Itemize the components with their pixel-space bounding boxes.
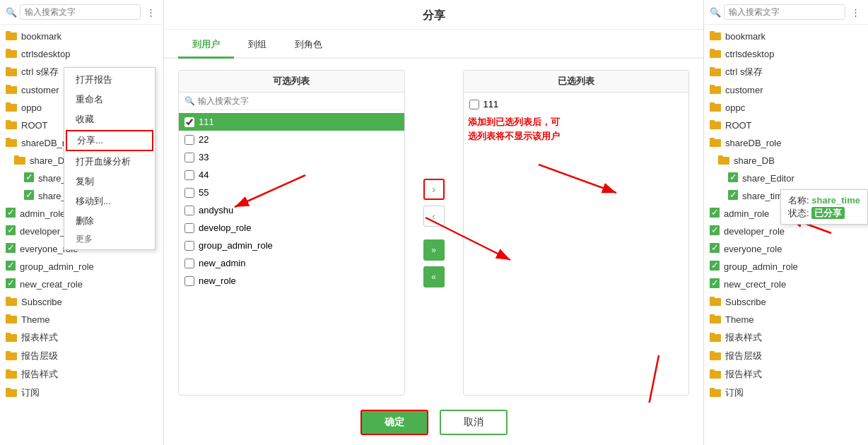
left-search-bar: 🔍 ⋮ <box>0 0 163 25</box>
right-sidebar-item-bookmark[interactable]: bookmark <box>704 28 868 45</box>
ctx-rename[interactable]: 重命名 <box>64 90 155 109</box>
ctx-share[interactable]: 分享... <box>66 130 153 151</box>
svg-rect-50 <box>710 49 715 51</box>
available-item-checkbox[interactable] <box>184 259 194 268</box>
available-list-row[interactable]: 111 <box>179 113 404 131</box>
left-sidebar-item-subscribe2[interactable]: 订阅 <box>0 384 163 402</box>
cancel-button[interactable]: 取消 <box>440 410 508 435</box>
available-list-row[interactable]: group_admin_role <box>179 237 404 254</box>
available-list-row[interactable]: andyshu <box>179 201 404 219</box>
svg-rect-33 <box>6 314 11 316</box>
right-sidebar-item-ctrl_s_save[interactable]: ctrl s保存 <box>704 63 868 81</box>
left-sidebar-item-ctrlsdesktop[interactable]: ctrlsdesktop <box>0 45 163 63</box>
available-item-checkbox[interactable] <box>184 188 194 198</box>
right-sidebar-item-customer[interactable]: customer <box>704 81 868 99</box>
move-all-right-btn[interactable]: » <box>423 239 445 261</box>
right-sidebar-item-Theme[interactable]: Theme <box>704 311 868 328</box>
right-sidebar-item-ctrlsdesktop[interactable]: ctrlsdesktop <box>704 45 868 63</box>
right-sidebar-item-new_creat_role[interactable]: ✓new_crect_role <box>704 275 868 293</box>
selected-item-checkbox[interactable] <box>469 100 479 109</box>
available-item-label: develop_role <box>199 222 251 233</box>
right-sidebar-item-subscribe2[interactable]: 订阅 <box>704 384 868 402</box>
right-sidebar-item-share_DB[interactable]: share_DB <box>704 152 868 170</box>
right-sidebar-item-report_style[interactable]: 报表样式 <box>704 328 868 347</box>
right-sidebar-item-report_level[interactable]: 报告层级 <box>704 347 868 365</box>
sidebar-item-label: 报表样式 <box>725 331 762 344</box>
ctx-open-lineage[interactable]: 打开血缘分析 <box>64 152 155 172</box>
right-sidebar-item-oppo[interactable]: oppc <box>704 99 868 117</box>
left-sidebar-item-new_creat_role[interactable]: ✓new_creat_role <box>0 275 163 293</box>
move-right-btn[interactable]: › <box>423 179 445 200</box>
confirm-button[interactable]: 确定 <box>360 410 428 435</box>
folder-icon <box>6 387 17 399</box>
right-menu-btn[interactable]: ⋮ <box>848 5 862 19</box>
available-item-checkbox[interactable] <box>184 153 194 162</box>
tab-to-group[interactable]: 到组 <box>234 32 281 59</box>
selected-list-row[interactable]: 111 <box>464 95 689 113</box>
ctx-bookmark[interactable]: 收藏 <box>64 109 155 129</box>
available-item-checkbox[interactable] <box>184 223 194 233</box>
folder-icon <box>710 387 721 399</box>
left-sidebar-item-group_admin_role[interactable]: ✓group_admin_role <box>0 258 163 275</box>
right-sidebar-item-Subscribe[interactable]: Subscribe <box>704 293 868 311</box>
available-list-row[interactable]: 44 <box>179 166 404 184</box>
ctx-open-report[interactable]: 打开报告 <box>64 70 155 90</box>
svg-rect-8 <box>6 104 17 112</box>
svg-rect-48 <box>710 31 715 33</box>
left-sidebar-item-Subscribe[interactable]: Subscribe <box>0 293 163 311</box>
right-search-input[interactable] <box>724 4 845 20</box>
move-left-btn[interactable]: ‹ <box>423 206 445 227</box>
selected-list-title: 已选列表 <box>464 71 689 93</box>
available-item-checkbox[interactable] <box>184 135 194 145</box>
right-sidebar-item-ROOT[interactable]: ROOT <box>704 117 868 134</box>
svg-rect-15 <box>14 155 19 158</box>
svg-text:✓: ✓ <box>7 243 15 253</box>
ctx-delete[interactable]: 删除 <box>64 211 155 231</box>
file-icon: ✓ <box>710 243 720 255</box>
right-sidebar-item-shareDB_role[interactable]: shareDB_role <box>704 134 868 152</box>
left-sidebar-item-bookmark[interactable]: bookmark <box>0 28 163 45</box>
available-list-row[interactable]: 22 <box>179 131 404 148</box>
share-dialog: 分享 到用户 到组 到角色 可选列表 🔍 11122334455andyshud… <box>164 0 704 445</box>
available-item-checkbox[interactable] <box>184 117 194 127</box>
left-sidebar-item-Theme[interactable]: Theme <box>0 311 163 328</box>
tab-to-role[interactable]: 到角色 <box>281 32 336 59</box>
right-sidebar-item-share_Editor[interactable]: ✓share_Editor <box>704 170 868 187</box>
file-icon: ✓ <box>728 172 738 184</box>
right-sidebar-item-report_style2[interactable]: 报告样式 <box>704 365 868 384</box>
sidebar-item-label: oppc <box>725 102 745 113</box>
available-item-checkbox[interactable] <box>184 170 194 180</box>
available-list-row[interactable]: new_admin <box>179 254 404 272</box>
left-menu-btn[interactable]: ⋮ <box>143 5 158 19</box>
available-list-row[interactable]: 33 <box>179 148 404 166</box>
ctx-copy[interactable]: 复制 <box>64 172 155 191</box>
right-sidebar-item-everyone_role[interactable]: ✓everyone_role <box>704 240 868 258</box>
sidebar-item-label: Subscribe <box>21 297 62 307</box>
left-sidebar-item-report_level[interactable]: 报告层级 <box>0 347 163 365</box>
file-icon: ✓ <box>710 225 720 237</box>
svg-rect-12 <box>6 139 17 147</box>
available-item-checkbox[interactable] <box>184 241 194 251</box>
right-sidebar-item-group_admin_role[interactable]: ✓group_admin_role <box>704 258 868 275</box>
tab-to-user[interactable]: 到用户 <box>178 32 234 59</box>
left-sidebar-item-report_style[interactable]: 报表样式 <box>0 328 163 347</box>
svg-text:✓: ✓ <box>7 208 15 218</box>
ctx-more[interactable]: 更多 <box>64 231 155 247</box>
sidebar-item-label: ROOT <box>21 120 48 131</box>
svg-rect-32 <box>6 316 17 324</box>
svg-rect-87 <box>710 389 721 397</box>
available-search-input[interactable] <box>198 96 399 106</box>
available-list-row[interactable]: 55 <box>179 184 404 201</box>
available-item-checkbox[interactable] <box>184 206 194 215</box>
move-all-left-btn[interactable]: « <box>423 266 445 287</box>
available-item-checkbox[interactable] <box>184 276 194 286</box>
ctx-move-to[interactable]: 移动到... <box>64 191 155 211</box>
right-sidebar-item-developer_role[interactable]: ✓developer_role <box>704 222 868 240</box>
available-list-row[interactable]: develop_role <box>179 219 404 237</box>
available-list-row[interactable]: new_role <box>179 272 404 290</box>
left-search-input[interactable] <box>20 4 141 20</box>
svg-rect-61 <box>718 157 729 165</box>
svg-rect-88 <box>710 388 715 390</box>
left-sidebar-item-report_style2[interactable]: 报告样式 <box>0 365 163 384</box>
svg-rect-58 <box>710 120 715 122</box>
